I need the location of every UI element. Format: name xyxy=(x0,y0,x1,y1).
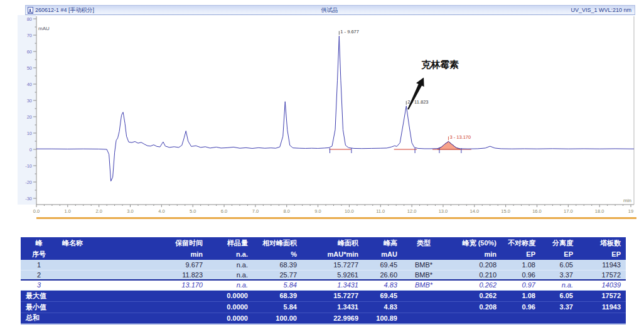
summary-cell: 0.96 xyxy=(502,301,540,313)
peak-row[interactable]: 211.823n.a.25.775.926126.60BMB*0.2100.96… xyxy=(21,270,626,280)
peak-cell: 0.208 xyxy=(445,260,502,270)
summary-cell: 0.262 xyxy=(445,290,502,301)
analyte-annotation-label: 克林霉素 xyxy=(421,59,459,70)
y-tick-label: 20 xyxy=(27,114,32,120)
summary-cell: 0.208 xyxy=(445,301,502,313)
x-tick-label: 9.0 xyxy=(314,208,321,214)
peak-label: 1 - 9.677 xyxy=(340,29,359,35)
summary-cell xyxy=(445,313,502,324)
summary-cell: 0.0000 xyxy=(208,301,253,313)
summary-cell: 1.3431 xyxy=(302,301,363,313)
summary-cell: 4.83 xyxy=(363,301,402,313)
peak-cell: 13.170 xyxy=(151,280,208,290)
summary-cell: 0.0000 xyxy=(208,313,253,324)
peak-cell: 9.677 xyxy=(151,260,208,270)
peak-row[interactable]: 19.677n.a.68.3915.727769.45BMB*0.2081.08… xyxy=(21,260,626,270)
column-header-cell: min xyxy=(151,249,208,260)
peak-cell: 5.9261 xyxy=(302,270,363,280)
peak-label: 3 - 13.170 xyxy=(449,134,471,140)
summary-cell xyxy=(578,313,626,324)
summary-cell xyxy=(402,301,445,313)
summary-row: 最大值0.000068.3915.727769.450.2621.086.051… xyxy=(21,290,626,301)
chromatogram-plot[interactable]: 80706050403020100-10-20-300.01.02.03.04.… xyxy=(18,15,636,217)
summary-cell xyxy=(151,301,208,313)
chart-title-left-group: 260612-1 #4 [手动积分] xyxy=(26,6,229,14)
column-header-cell: 不对称度 xyxy=(502,237,540,249)
summary-cell: 1.08 xyxy=(502,290,540,301)
column-header-cell xyxy=(402,249,445,260)
peak-cell: 0.97 xyxy=(502,280,540,290)
summary-cell: 15.7277 xyxy=(302,290,363,301)
chromatography-workstation-page: 260612-1 #4 [手动积分] 供试品 UV_VIS_1 WVL:210 … xyxy=(0,0,644,332)
y-axis-gutter xyxy=(18,15,36,205)
peak-cell: n.a. xyxy=(540,280,578,290)
chart-title-bar: 260612-1 #4 [手动积分] 供试品 UV_VIS_1 WVL:210 … xyxy=(25,5,635,15)
peak-cell: 11.823 xyxy=(151,270,208,280)
summary-cell: 69.45 xyxy=(363,290,402,301)
peak-cell: BMB* xyxy=(402,270,445,280)
peak-cell: 0.210 xyxy=(445,270,502,280)
y-tick-label: -20 xyxy=(25,179,32,185)
summary-cell: 100.00 xyxy=(253,313,302,324)
y-tick-label: 80 xyxy=(27,16,32,22)
column-header-cell: 峰 xyxy=(21,237,57,249)
x-tick-label: 16.0 xyxy=(532,208,542,214)
summary-cell: 22.9969 xyxy=(302,313,363,324)
peak-cell: 5.84 xyxy=(253,280,302,290)
y-tick-label: 70 xyxy=(27,33,32,38)
detector-channel-title: UV_VIS_1 WVL:210 nm xyxy=(430,7,635,13)
y-tick-label: 10 xyxy=(27,131,32,136)
column-header-cell: % xyxy=(253,249,302,260)
column-header-cell: 相对峰面积 xyxy=(253,237,302,249)
peak-cell xyxy=(57,260,151,270)
column-header-cell: 峰面积 xyxy=(302,237,363,249)
results-table-header: 峰峰名称保留时间样品量相对峰面积峰面积峰高类型峰宽 (50%)不对称度分离度塔板… xyxy=(21,237,626,260)
column-header-cell: 分离度 xyxy=(540,237,578,249)
peak-cell: 0.96 xyxy=(502,270,540,280)
peak-cell xyxy=(57,280,151,290)
peak-cell: BMB* xyxy=(402,280,445,290)
summary-row: 最小值0.00005.841.34314.830.2080.963.371194… xyxy=(21,301,626,313)
x-tick-label: 4.0 xyxy=(158,208,164,214)
panel-bottom-rule xyxy=(36,217,636,219)
peak-cell: 3 xyxy=(21,280,57,290)
peak-cell xyxy=(57,270,151,280)
peak-cell: 17572 xyxy=(578,270,626,280)
column-header-cell: 类型 xyxy=(402,237,445,249)
peak-cell: 6.05 xyxy=(540,260,578,270)
column-header-cell: 峰宽 (50%) xyxy=(445,237,502,249)
summary-cell: 68.39 xyxy=(253,290,302,301)
column-header-cell: min xyxy=(445,249,502,260)
peak-cell: n.a. xyxy=(208,280,253,290)
peak-results-table: 峰峰名称保留时间样品量相对峰面积峰面积峰高类型峰宽 (50%)不对称度分离度塔板… xyxy=(21,237,626,324)
column-header-cell: n.a. xyxy=(208,249,253,260)
x-tick-label: 19 xyxy=(628,208,633,214)
peak-cell: 2 xyxy=(21,270,57,280)
x-tick-label: 1.0 xyxy=(65,208,71,214)
summary-cell xyxy=(151,313,208,324)
column-header-cell: 峰高 xyxy=(363,237,402,249)
x-tick-label: 14.0 xyxy=(470,208,479,214)
peak-cell: 4.83 xyxy=(363,280,402,290)
peak-row[interactable]: 313.170n.a.5.841.34314.83BMB*0.2620.97n.… xyxy=(21,280,626,290)
peak-cell: 1.08 xyxy=(502,260,540,270)
summary-cell xyxy=(151,290,208,301)
chromatogram-trace xyxy=(36,36,634,181)
x-tick-label: 18.0 xyxy=(595,208,604,214)
column-header-cell: EP xyxy=(540,249,578,260)
x-tick-label: 17.0 xyxy=(564,208,573,214)
x-tick-label: 12.0 xyxy=(407,208,417,214)
x-tick-label: 10.0 xyxy=(345,208,354,214)
peak-cell: 1.3431 xyxy=(302,280,363,290)
x-tick-label: 5.0 xyxy=(190,208,196,214)
y-tick-label: 30 xyxy=(27,98,32,104)
chromatogram-icon xyxy=(28,7,33,14)
column-header-cell: 峰名称 xyxy=(57,237,151,249)
summary-cell xyxy=(402,290,445,301)
peak-cell: n.a. xyxy=(208,270,253,280)
summary-cell: 0.0000 xyxy=(208,290,253,301)
y-tick-label: 40 xyxy=(27,82,32,87)
sample-injection-title: 260612-1 #4 [手动积分] xyxy=(35,6,94,14)
y-tick-label: -30 xyxy=(25,196,32,201)
summary-cell: 17572 xyxy=(578,290,626,301)
